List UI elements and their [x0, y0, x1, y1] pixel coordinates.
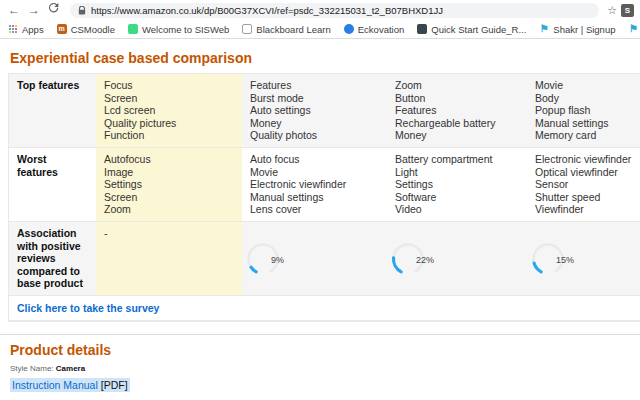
- bookmark-item[interactable]: Welcome to SISWeb: [128, 24, 229, 35]
- top-features-product-3: ZoomButtonFeaturesRechargeable batteryMo…: [387, 74, 527, 147]
- feature-item: Electronic viewfinder: [250, 178, 379, 191]
- bookmark-item[interactable]: Quick Start Guide_R...: [417, 24, 526, 35]
- feature-item: Function: [104, 129, 234, 142]
- pdf-suffix: [PDF]: [101, 379, 128, 391]
- product-details-title: Product details: [10, 342, 630, 358]
- feature-item: Viewfinder: [535, 203, 640, 216]
- eckovation-globe-icon: [344, 24, 354, 34]
- bookmark-label: CSMoodle: [71, 24, 115, 35]
- top-features-product-2: FeaturesBurst modeAuto settingsMoneyQual…: [242, 74, 387, 147]
- feature-item: Focus: [104, 79, 234, 92]
- feature-item: Memory card: [535, 129, 640, 142]
- back-icon[interactable]: ←: [6, 0, 22, 20]
- top-features-product-4: MovieBodyPopup flashManual settingsMemor…: [527, 74, 640, 147]
- apps-grid-icon: [8, 24, 18, 34]
- feature-item: Manual settings: [250, 191, 379, 204]
- comparison-title: Experiential case based comparison: [10, 50, 630, 66]
- feature-item: Quality pictures: [104, 117, 234, 130]
- feature-item: Features: [395, 104, 519, 117]
- gauge-value: 22%: [416, 255, 434, 265]
- comparison-table: Top features FocusScreenLcd screenQualit…: [8, 73, 640, 322]
- table-row-worst-features: Worst features AutofocusImageSettingsScr…: [9, 148, 640, 222]
- feature-item: Zoom: [395, 79, 519, 92]
- feature-item: Auto settings: [250, 104, 379, 117]
- shakr-flag-icon: ⚑: [539, 24, 549, 34]
- feature-item: Battery compartment: [395, 153, 519, 166]
- worst-features-product-2: Auto focusMovieElectronic viewfinderManu…: [242, 148, 387, 221]
- gauge-value: 9%: [271, 255, 284, 265]
- bookmark-star-icon[interactable]: ☆: [607, 4, 617, 17]
- extension-s-icon[interactable]: S: [621, 4, 634, 17]
- style-name-value: Camera: [56, 364, 85, 373]
- bookmarks-bar: AppsmCSMoodleWelcome to SISWebBlackboard…: [0, 20, 640, 39]
- feature-item: Button: [395, 92, 519, 105]
- feature-item: Shutter speed: [535, 191, 640, 204]
- address-bar[interactable]: https://www.amazon.co.uk/dp/B00G37XCVI/r…: [70, 3, 599, 18]
- feature-item: Money: [250, 117, 379, 130]
- feature-item: Auto focus: [250, 153, 379, 166]
- moodle-icon: m: [57, 24, 67, 34]
- bookmark-label: Shakr | Signup: [553, 24, 615, 35]
- instruction-manual: Instruction Manual [PDF]: [10, 378, 130, 392]
- gauge-chart: 22%: [387, 222, 527, 295]
- bookmark-item[interactable]: Apps: [8, 24, 44, 35]
- feature-item: Autofocus: [104, 153, 234, 166]
- table-row-top-features: Top features FocusScreenLcd screenQualit…: [9, 74, 640, 148]
- worst-features-product-3: Battery compartmentLightSettingsSoftware…: [387, 148, 527, 221]
- feature-item: Body: [535, 92, 640, 105]
- feature-item: Quality photos: [250, 129, 379, 142]
- survey-row: Click here to take the survey: [9, 296, 640, 321]
- bookmark-label: Blackboard Learn: [256, 24, 330, 35]
- style-name-label: Style Name:: [10, 364, 54, 373]
- feature-item: Image: [104, 166, 234, 179]
- bookmark-item[interactable]: Blackboard Learn: [242, 24, 330, 35]
- android-icon: [128, 24, 138, 34]
- row-label: Association with positive reviews compar…: [9, 222, 96, 295]
- survey-link[interactable]: Click here to take the survey: [9, 296, 640, 320]
- browser-toolbar: ← → https://www.amazon.co.uk/dp/B00G37XC…: [0, 0, 640, 20]
- feature-item: Settings: [104, 178, 234, 191]
- feature-item: Movie: [250, 166, 379, 179]
- bookmark-label: Quick Start Guide_R...: [431, 24, 526, 35]
- feature-item: Money: [395, 129, 519, 142]
- bookmark-item[interactable]: Eckovation: [344, 24, 404, 35]
- feature-item: Settings: [395, 178, 519, 191]
- bookmark-item[interactable]: mCSMoodle: [57, 24, 115, 35]
- feature-item: Features: [250, 79, 379, 92]
- bookmark-label: Apps: [22, 24, 44, 35]
- feature-item: Light: [395, 166, 519, 179]
- feature-item: Optical viewfinder: [535, 166, 640, 179]
- url-text: https://www.amazon.co.uk/dp/B00G37XCVI/r…: [91, 5, 443, 16]
- quick-start-icon: [417, 24, 427, 34]
- gauge-chart: 15%: [527, 222, 640, 295]
- top-features-base-product: FocusScreenLcd screenQuality picturesFun…: [96, 74, 242, 147]
- row-label: Worst features: [9, 148, 96, 221]
- instruction-manual-link[interactable]: Instruction Manual: [12, 379, 98, 391]
- table-row-association: Association with positive reviews compar…: [9, 222, 640, 296]
- feature-item: Movie: [535, 79, 640, 92]
- refresh-icon[interactable]: [46, 0, 62, 20]
- feature-item: Zoom: [104, 203, 234, 216]
- bookmark-item[interactable]: ⚑Shakr | MUST HAVE...: [628, 24, 640, 35]
- feature-item: Screen: [104, 92, 234, 105]
- feature-item: Sensor: [535, 178, 640, 191]
- bookmark-item[interactable]: ⚑Shakr | Signup: [539, 24, 615, 35]
- feature-item: Manual settings: [535, 117, 640, 130]
- row-label: Top features: [9, 74, 96, 147]
- worst-features-product-4: Electronic viewfinderOptical viewfinderS…: [527, 148, 640, 221]
- lock-icon: [78, 6, 86, 15]
- bookmark-label: Eckovation: [358, 24, 404, 35]
- feature-item: Software: [395, 191, 519, 204]
- feature-item: Screen: [104, 191, 234, 204]
- forward-icon[interactable]: →: [26, 0, 42, 20]
- worst-features-base-product: AutofocusImageSettingsScreenZoom: [96, 148, 242, 221]
- document-icon: [242, 24, 252, 34]
- style-name: Style Name: Camera: [10, 364, 630, 373]
- gauge-value: 15%: [556, 255, 574, 265]
- bookmark-label: Welcome to SISWeb: [142, 24, 229, 35]
- feature-item: Burst mode: [250, 92, 379, 105]
- feature-item: Video: [395, 203, 519, 216]
- feature-item: Lcd screen: [104, 104, 234, 117]
- association-base-value: -: [96, 222, 242, 295]
- feature-item: Electronic viewfinder: [535, 153, 640, 166]
